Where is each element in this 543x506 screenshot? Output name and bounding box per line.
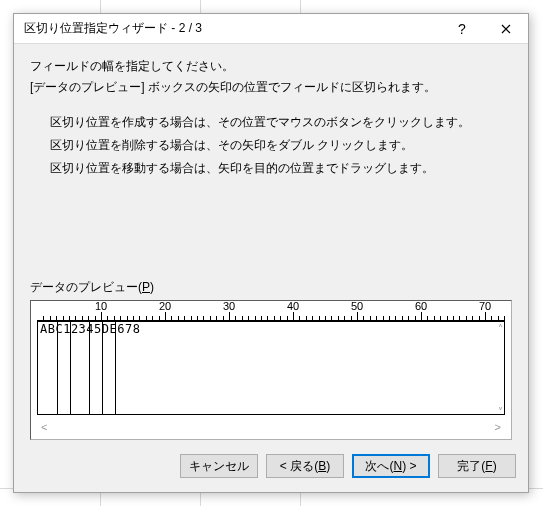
ruler: 10203040506070	[37, 303, 505, 321]
preview-data-line: ABC12345DE678	[40, 322, 140, 336]
vertical-scroll[interactable]: ˄ ˅	[493, 323, 507, 417]
instruction-text: 区切り位置を移動する場合は、矢印を目的の位置までドラッグします。	[50, 160, 512, 177]
close-button[interactable]	[484, 14, 528, 44]
scroll-up-icon: ˄	[498, 323, 503, 334]
preview-data-area[interactable]: ABC12345DE678	[37, 321, 505, 415]
wizard-dialog: 区切り位置指定ウィザード - 2 / 3 ? フィールドの幅を指定してください。…	[13, 13, 529, 493]
cancel-button[interactable]: キャンセル	[180, 454, 258, 478]
data-preview-box[interactable]: 10203040506070 ABC12345DE678 ˄ ˅ < >	[30, 300, 512, 440]
dialog-content: フィールドの幅を指定してください。 [データのプレビュー] ボックスの矢印の位置…	[14, 44, 528, 442]
scroll-down-icon: ˅	[498, 406, 503, 417]
scroll-right-icon: >	[495, 421, 501, 437]
scroll-left-icon: <	[41, 421, 47, 437]
horizontal-scroll[interactable]: < >	[37, 421, 505, 437]
help-button[interactable]: ?	[440, 14, 484, 44]
instruction-text: [データのプレビュー] ボックスの矢印の位置でフィールドに区切られます。	[30, 79, 512, 96]
close-icon	[501, 24, 511, 34]
title-bar: 区切り位置指定ウィザード - 2 / 3 ?	[14, 14, 528, 44]
next-button[interactable]: 次へ(N) >	[352, 454, 430, 478]
dialog-title: 区切り位置指定ウィザード - 2 / 3	[24, 20, 440, 37]
instruction-text: フィールドの幅を指定してください。	[30, 58, 512, 75]
button-row: キャンセル < 戻る(B) 次へ(N) > 完了(F)	[14, 442, 528, 492]
instruction-text: 区切り位置を削除する場合は、その矢印をダブル クリックします。	[50, 137, 512, 154]
preview-label: データのプレビュー(P)	[30, 279, 512, 296]
instruction-text: 区切り位置を作成する場合は、その位置でマウスのボタンをクリックします。	[50, 114, 512, 131]
finish-button[interactable]: 完了(F)	[438, 454, 516, 478]
back-button[interactable]: < 戻る(B)	[266, 454, 344, 478]
